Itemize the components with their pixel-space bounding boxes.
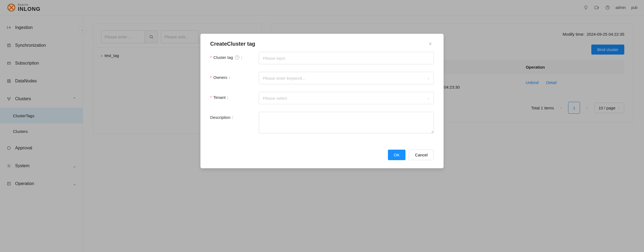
tenant-placeholder: Please select [263, 96, 287, 100]
chevron-down-icon: ⌄ [427, 76, 430, 80]
label-owners: * Owners: [210, 72, 259, 80]
create-cluster-tag-modal: CreateCluster tag * Cluster tag ? : * Ow… [200, 34, 444, 168]
cluster-tag-input[interactable] [259, 52, 434, 64]
owners-select[interactable]: Please enter keyword... ⌄ [259, 72, 434, 84]
help-icon[interactable]: ? [235, 55, 239, 60]
label-description: Description: [210, 112, 259, 120]
description-textarea[interactable] [259, 112, 434, 133]
cancel-button[interactable]: Cancel [409, 150, 434, 160]
label-cluster-tag: * Cluster tag ? : [210, 52, 259, 60]
chevron-down-icon: ⌄ [427, 96, 430, 100]
form-row-owners: * Owners: Please enter keyword... ⌄ [210, 72, 434, 84]
owners-placeholder: Please enter keyword... [263, 76, 305, 80]
form-row-tenant: * Tenant: Please select ⌄ [210, 92, 434, 104]
close-icon [428, 42, 432, 46]
label-tenant: * Tenant: [210, 92, 259, 100]
modal-close-button[interactable] [427, 41, 434, 48]
tenant-select[interactable]: Please select ⌄ [259, 92, 434, 104]
form-row-description: Description: [210, 112, 434, 133]
ok-button[interactable]: OK [388, 150, 406, 160]
modal-title: CreateCluster tag [210, 41, 255, 47]
form-row-cluster-tag: * Cluster tag ? : [210, 52, 434, 64]
